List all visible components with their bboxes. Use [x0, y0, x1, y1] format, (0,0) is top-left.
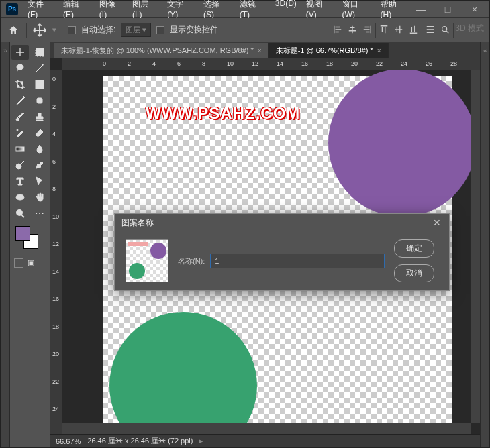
brush-tool-icon[interactable] — [11, 109, 29, 124]
ruler-horizontal[interactable]: 0246810121416182022242628 — [62, 58, 480, 70]
document-tab[interactable]: 未标题-1-恢复的 @ 100% (WWW.PSAHZ.COM, RGB/8#)… — [54, 43, 269, 58]
shape-tool-icon[interactable] — [11, 190, 29, 205]
purple-circle-shape — [328, 70, 476, 217]
scrollbar-vertical[interactable] — [471, 70, 480, 423]
stamp-tool-icon[interactable] — [31, 109, 48, 124]
divider — [375, 23, 376, 38]
zoom-tool-icon[interactable] — [11, 206, 29, 221]
edit-toolbar-icon[interactable]: ⋯ — [31, 206, 48, 221]
cancel-button[interactable]: 取消 — [394, 264, 434, 282]
heal-tool-icon[interactable] — [31, 93, 48, 108]
svg-rect-1 — [36, 48, 44, 56]
marquee-tool-icon[interactable] — [31, 45, 48, 60]
document-size: 26.46 厘米 x 26.46 厘米 (72 ppi) — [87, 436, 193, 446]
show-transform-label: 显示变换控件 — [170, 24, 218, 36]
document-tab-active[interactable]: 未标题-1 @ 66.7%(RGB/8#) *× — [269, 43, 389, 58]
path-tool-icon[interactable] — [31, 174, 48, 188]
pen-tool-icon[interactable] — [31, 158, 48, 172]
window-maximize-button[interactable]: □ — [438, 4, 457, 15]
auto-select-dropdown[interactable]: 图层 ▾ — [121, 23, 151, 37]
scrollbar-horizontal[interactable] — [62, 423, 471, 434]
show-transform-checkbox[interactable] — [156, 26, 164, 34]
pattern-name-input[interactable] — [210, 254, 385, 268]
zoom-level[interactable]: 66.67% — [56, 437, 81, 445]
history-brush-icon[interactable] — [11, 125, 29, 140]
close-tab-icon[interactable]: × — [377, 47, 381, 54]
move-tool-icon[interactable] — [11, 45, 29, 60]
align-top-icon[interactable] — [377, 23, 391, 36]
dodge-tool-icon[interactable] — [11, 158, 29, 172]
distribute-icon[interactable] — [424, 23, 437, 36]
collapsed-panel-left[interactable]: » — [1, 42, 10, 447]
frame-tool-icon[interactable] — [31, 77, 48, 92]
wand-tool-icon[interactable] — [31, 61, 48, 76]
quickmask-icon[interactable] — [14, 258, 23, 268]
document-tabs: 未标题-1-恢复的 @ 100% (WWW.PSAHZ.COM, RGB/8#)… — [50, 42, 480, 58]
align-right-icon[interactable] — [360, 23, 374, 36]
screen-mode-icon[interactable]: ▣ — [28, 258, 34, 268]
title-bar: Ps 文件(F) 编辑(E) 图像(I) 图层(L) 文字(Y) 选择(S) 滤… — [1, 1, 489, 18]
align-middle-icon[interactable] — [392, 23, 405, 36]
close-tab-icon[interactable]: × — [258, 47, 262, 54]
tools-panel: ⋯ ▣ — [10, 42, 50, 447]
svg-point-8 — [16, 194, 24, 200]
divider — [26, 23, 27, 38]
green-circle-shape — [109, 312, 257, 434]
auto-select-label: 自动选择: — [81, 24, 115, 36]
svg-point-2 — [17, 64, 23, 70]
app-logo-icon: Ps — [6, 3, 18, 15]
hand-tool-icon[interactable] — [31, 190, 48, 205]
options-bar: ▾ 自动选择: 图层 ▾ 显示变换控件 3D 模式 — [1, 18, 489, 42]
3d-mode-label: 3D 模式 — [455, 23, 484, 38]
color-swatches[interactable] — [11, 226, 48, 253]
foreground-color-swatch[interactable] — [15, 226, 30, 241]
ok-button[interactable]: 确定 — [394, 239, 434, 258]
collapsed-panel-right[interactable]: « — [480, 42, 489, 447]
eyedropper-tool-icon[interactable] — [11, 93, 29, 108]
divider — [422, 23, 422, 38]
svg-point-9 — [17, 210, 22, 215]
gradient-tool-icon[interactable] — [11, 142, 29, 156]
pattern-name-dialog: 图案名称 ✕ 名称(N): 确定 取消 — [114, 213, 450, 291]
auto-select-checkbox[interactable] — [68, 26, 76, 34]
dialog-title: 图案名称 — [121, 217, 154, 229]
svg-point-7 — [16, 164, 21, 169]
home-icon[interactable] — [6, 23, 21, 38]
lasso-tool-icon[interactable] — [11, 61, 29, 76]
svg-point-0 — [442, 26, 447, 31]
watermark-text: WWW.PSAHZ.COM — [146, 104, 300, 123]
name-label: 名称(N): — [178, 256, 205, 266]
svg-rect-6 — [16, 147, 24, 151]
align-left-icon[interactable] — [331, 23, 344, 36]
divider — [62, 23, 62, 38]
status-bar: 66.67% 26.46 厘米 x 26.46 厘米 (72 ppi) ▸ — [50, 434, 480, 447]
svg-point-5 — [17, 129, 18, 131]
eraser-tool-icon[interactable] — [31, 125, 48, 140]
search-icon[interactable] — [438, 23, 452, 36]
divider — [453, 23, 454, 38]
ruler-vertical[interactable]: 024681012141618202224 — [50, 70, 62, 434]
pattern-thumbnail — [126, 239, 168, 282]
window-close-button[interactable]: × — [465, 4, 484, 15]
type-tool-icon[interactable] — [11, 174, 29, 188]
dialog-close-icon[interactable]: ✕ — [432, 217, 442, 228]
crop-tool-icon[interactable] — [11, 77, 29, 92]
window-minimize-button[interactable]: — — [411, 4, 430, 15]
move-icon[interactable] — [32, 23, 47, 38]
align-bottom-icon[interactable] — [407, 23, 420, 36]
align-center-h-icon[interactable] — [346, 23, 359, 36]
align-group: 3D 模式 — [331, 23, 484, 38]
blur-tool-icon[interactable] — [31, 142, 48, 156]
